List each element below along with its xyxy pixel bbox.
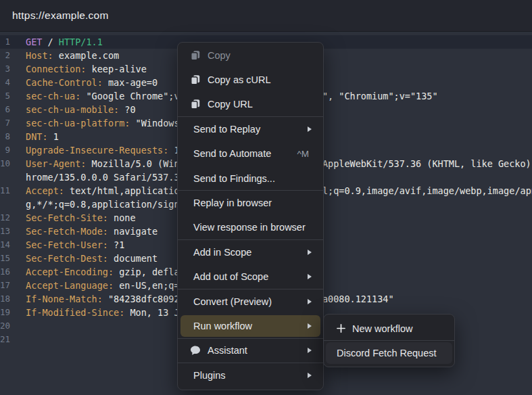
menu-item-label: Plugins xyxy=(193,370,226,381)
copy-icon xyxy=(190,99,201,110)
menu-item-assistant[interactable]: Assistant xyxy=(178,338,323,363)
menu-item-run-workflow[interactable]: Run workflow xyxy=(178,313,323,338)
code-segment: Sec-Fetch-Mode: xyxy=(26,226,108,237)
url-bar[interactable]: https://example.com xyxy=(0,0,532,32)
line-number: 21 xyxy=(0,333,10,346)
code-text: Sec-Fetch-Site: none xyxy=(26,211,136,225)
code-segment: hrome/135.0.0.0 Safari/537.36 xyxy=(26,172,185,183)
menu-item-add-in-scope[interactable]: Add in Scope xyxy=(178,239,323,264)
code-text: Connection: keep-alive xyxy=(26,62,147,76)
code-segment: Sec-Fetch-Dest: xyxy=(26,253,108,264)
plus-icon xyxy=(337,324,346,333)
menu-item-replay-in-browser[interactable]: Replay in browser xyxy=(178,190,323,214)
code-text: Sec-Fetch-User: ?1 xyxy=(26,238,124,252)
submenu-arrow-icon xyxy=(308,126,312,132)
code-segment: sec-ch-ua-platform: xyxy=(26,118,130,129)
menu-item-label: Copy URL xyxy=(208,99,253,110)
menu-item-copy-url[interactable]: Copy URL xyxy=(178,92,323,116)
code-segment: Cache-Control: xyxy=(26,77,103,88)
menu-item-send-to-findings[interactable]: Send to Findings... xyxy=(178,166,323,190)
chat-icon xyxy=(190,345,201,356)
menu-item-label: New workflow xyxy=(352,323,412,334)
menu-item-label: Add in Scope xyxy=(193,247,251,258)
menu-item-convert-preview[interactable]: Convert (Preview) xyxy=(178,289,323,313)
code-text: sec-ch-ua-platform: "Windows" xyxy=(26,116,185,130)
line-number: 9 xyxy=(0,143,10,157)
submenu-arrow-icon xyxy=(308,348,312,353)
code-text: Accept-Language: en-US,en;q=0.9 xyxy=(26,279,196,292)
code-text: Upgrade-Insecure-Requests: 1 xyxy=(26,143,180,157)
line-number: 14 xyxy=(0,238,10,252)
submenu-arrow-icon xyxy=(308,373,312,378)
code-segment: max-age=0 xyxy=(103,77,158,88)
code-segment: example.com xyxy=(53,50,120,61)
menu-item-plugins[interactable]: Plugins xyxy=(178,363,323,387)
code-text: Cache-Control: max-age=0 xyxy=(26,76,158,89)
menu-item-send-to-replay[interactable]: Send to Replay xyxy=(178,116,323,141)
line-number: 20 xyxy=(0,319,10,333)
line-number: 12 xyxy=(0,211,10,225)
line-number: 11 xyxy=(0,184,10,198)
menu-item-label: Copy xyxy=(208,50,231,61)
line-number: 15 xyxy=(0,252,10,265)
code-segment: DNT: xyxy=(26,131,48,142)
code-segment: sec-ch-ua-mobile: xyxy=(26,104,119,115)
submenu-arrow-icon xyxy=(308,274,312,279)
code-segment: sec-ch-ua: xyxy=(26,91,80,101)
code-text: GET / HTTP/1.1 xyxy=(26,35,103,49)
menu-item-label: Add out of Scope xyxy=(193,271,268,282)
line-number: 5 xyxy=(0,89,10,103)
menu-item-copy[interactable]: Copy xyxy=(178,43,323,67)
context-menu: CopyCopy as cURLCopy URLSend to ReplaySe… xyxy=(177,42,324,390)
menu-item-label: Send to Replay xyxy=(193,124,260,135)
menu-item-label: Run workflow xyxy=(193,321,252,331)
menu-item-copy-as-curl[interactable]: Copy as cURL xyxy=(178,67,323,91)
code-segment: User-Agent: xyxy=(26,158,86,169)
shortcut-label: ^M xyxy=(297,149,309,159)
code-segment: If-None-Match: xyxy=(26,294,103,304)
code-segment: Upgrade-Insecure-Requests: xyxy=(26,145,168,156)
code-text: hrome/135.0.0.0 Safari/537.36 xyxy=(26,170,185,184)
code-segment: ?1 xyxy=(108,239,124,250)
line-number: 16 xyxy=(0,265,10,279)
url-text: https://example.com xyxy=(12,9,109,22)
submenu-arrow-icon xyxy=(308,299,312,304)
code-segment: / xyxy=(42,37,58,47)
menu-item-send-to-automate[interactable]: Send to Automate^M xyxy=(178,141,323,166)
code-segment: ?0 xyxy=(119,104,135,115)
menu-item-discord-fetch-request[interactable]: Discord Fetch Request xyxy=(324,340,454,365)
code-text: Sec-Fetch-Dest: document xyxy=(26,252,158,265)
code-segment: keep-alive xyxy=(86,64,146,74)
menu-item-add-out-of-scope[interactable]: Add out of Scope xyxy=(178,264,323,289)
submenu-arrow-icon xyxy=(308,323,312,329)
code-segment: If-Modified-Since: xyxy=(26,307,124,318)
menu-item-new-workflow[interactable]: New workflow xyxy=(324,316,454,340)
copy-icon xyxy=(190,50,201,61)
line-number: 17 xyxy=(0,279,10,292)
code-segment: navigate xyxy=(108,226,158,237)
line-number: 1 xyxy=(0,35,10,49)
code-segment: 1 xyxy=(48,131,59,142)
copy-icon xyxy=(190,74,201,85)
code-segment: Sec-Fetch-Site: xyxy=(26,212,108,223)
code-segment: none xyxy=(108,212,136,223)
code-segment: Accept-Language: xyxy=(26,280,114,291)
menu-item-label: View response in browser xyxy=(193,222,306,233)
line-number: 2 xyxy=(0,49,10,62)
submenu-arrow-icon xyxy=(308,250,312,255)
line-number: 10 xyxy=(0,157,10,170)
menu-item-label: Discord Fetch Request xyxy=(337,348,436,358)
line-number: 8 xyxy=(0,130,10,143)
code-text: Host: example.com xyxy=(26,49,119,62)
run-workflow-submenu: New workflowDiscord Fetch Request xyxy=(323,314,455,367)
menu-item-view-response-in-browser[interactable]: View response in browser xyxy=(178,215,323,239)
code-segment: Accept: xyxy=(26,185,64,196)
code-text: sec-ch-ua-mobile: ?0 xyxy=(26,103,136,116)
code-text: Sec-Fetch-Mode: navigate xyxy=(26,225,158,238)
menu-item-label: Convert (Preview) xyxy=(193,296,272,307)
code-segment: Host: xyxy=(26,50,53,61)
code-text: DNT: 1 xyxy=(26,130,59,143)
code-segment: GET xyxy=(26,37,42,47)
menu-item-label: Send to Automate xyxy=(193,148,271,159)
menu-item-label: Send to Findings... xyxy=(193,173,275,184)
